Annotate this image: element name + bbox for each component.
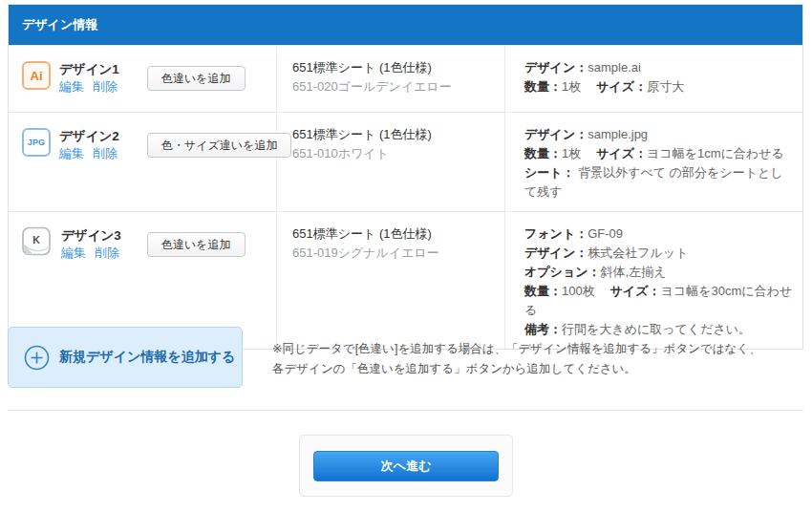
detail-label: デザイン： [524, 60, 588, 75]
design-title-block: デザイン1 編集削除 [59, 61, 126, 102]
sheet-type: 651標準シート (1色仕様) [292, 125, 495, 144]
sheet-cell: 651標準シート (1色仕様) 651-019シグナルイエロー [276, 212, 504, 349]
add-color-size-variation-button[interactable]: 色・サイズ違いを追加 [147, 133, 291, 158]
ai-file-icon: Ai [22, 61, 51, 90]
detail-label: フォント： [524, 226, 588, 241]
design-info-table: デザイン情報 Ai デザイン1 編集削除 色違いを追加 651標準シート (1色… [8, 4, 803, 350]
detail-label: デザイン： [524, 245, 588, 260]
edit-link[interactable]: 編集 [61, 245, 86, 260]
detail-label: オプション： [524, 265, 601, 279]
edit-link[interactable]: 編集 [59, 146, 84, 160]
design-cell: JPG デザイン2 編集削除 色・サイズ違いを追加 [9, 113, 276, 211]
jpg-file-icon-label: JPG [28, 138, 46, 147]
detail-value: GF-09 [588, 226, 623, 241]
delete-link[interactable]: 削除 [95, 245, 119, 260]
detail-value: 原寸大 [647, 79, 684, 94]
details-cell: デザイン：sample.ai 数量：1枚サイズ：原寸大 [504, 46, 802, 112]
design-links: 編集削除 [61, 244, 128, 262]
detail-label: サイズ： [596, 146, 647, 160]
detail-line: オプション：斜体,左揃え [524, 263, 793, 282]
detail-value: 100枚 [562, 284, 595, 298]
add-new-design-button[interactable]: 新規デザイン情報を追加する [8, 327, 243, 388]
detail-label: 数量： [524, 284, 562, 298]
detail-line: シート： 背景以外すべて の部分をシートとして残す [524, 163, 793, 202]
detail-value: 斜体,左揃え [601, 265, 667, 279]
next-step-card: 次へ進む [299, 435, 513, 497]
detail-line: デザイン：株式会社フルット [524, 244, 793, 263]
sheet-type: 651標準シート (1色仕様) [292, 58, 495, 77]
design-cell: Ai デザイン1 編集削除 色違いを追加 [9, 46, 276, 112]
details-cell: フォント：GF-09 デザイン：株式会社フルット オプション：斜体,左揃え 数量… [504, 212, 802, 349]
page: デザイン情報 Ai デザイン1 編集削除 色違いを追加 651標準シート (1色… [0, 0, 812, 512]
design-links: 編集削除 [59, 77, 126, 96]
detail-value: 1枚 [562, 79, 581, 94]
keyboard-key-icon: K [22, 226, 53, 257]
variation-note: ※同じデータで[色違い]を追加する場合は、「デザイン情報を追加する」ボタンではな… [272, 339, 788, 379]
sheet-color: 651-010ホワイト [292, 144, 495, 163]
detail-label: サイズ： [596, 79, 647, 94]
note-line-1: ※同じデータで[色違い]を追加する場合は、「デザイン情報を追加する」ボタンではな… [272, 339, 788, 359]
detail-line: 数量：1枚サイズ：原寸大 [524, 77, 793, 96]
detail-label: 数量： [524, 146, 562, 160]
detail-label: シート： [524, 165, 575, 180]
jpg-file-icon: JPG [22, 128, 51, 157]
sheet-cell: 651標準シート (1色仕様) 651-010ホワイト [276, 113, 504, 211]
detail-value: 株式会社フルット [588, 245, 688, 260]
edit-link[interactable]: 編集 [59, 79, 84, 94]
design-title: デザイン1 [59, 61, 126, 77]
sheet-type: 651標準シート (1色仕様) [292, 224, 495, 244]
design-title-block: デザイン2 編集削除 [59, 128, 126, 202]
note-line-2: 各デザインの「色違いを追加する」ボタンから追加してください。 [272, 359, 788, 379]
detail-value: sample.jpg [588, 127, 648, 141]
delete-link[interactable]: 削除 [93, 146, 118, 160]
add-color-variation-button[interactable]: 色違いを追加 [147, 66, 246, 91]
table-header-title: デザイン情報 [9, 5, 802, 45]
detail-value: 1枚 [562, 146, 581, 160]
design-title: デザイン2 [59, 128, 126, 144]
design-title: デザイン3 [61, 227, 128, 244]
detail-label: デザイン： [524, 127, 588, 141]
next-button[interactable]: 次へ進む [313, 451, 499, 481]
detail-value: ヨコ幅を1cmに合わせる [647, 146, 784, 160]
detail-line: フォント：GF-09 [524, 224, 793, 244]
detail-line: 数量：1枚サイズ：ヨコ幅を1cmに合わせる [524, 144, 793, 163]
sheet-color: 651-019シグナルイエロー [292, 244, 495, 263]
detail-line: 数量：100枚サイズ：ヨコ幅を30cmに合わせる [524, 282, 793, 320]
ai-file-icon-label: Ai [31, 69, 43, 83]
detail-line: 備考：行間を大きめに取ってください。 [524, 320, 793, 339]
plus-circle-icon [24, 345, 50, 371]
table-row: Ai デザイン1 編集削除 色違いを追加 651標準シート (1色仕様) 651… [9, 45, 802, 112]
details-cell: デザイン：sample.jpg 数量：1枚サイズ：ヨコ幅を1cmに合わせる シー… [504, 113, 802, 211]
table-row: JPG デザイン2 編集削除 色・サイズ違いを追加 651標準シート (1色仕様… [9, 112, 802, 211]
design-title-block: デザイン3 編集削除 [61, 227, 128, 339]
detail-value: sample.ai [588, 60, 641, 75]
delete-link[interactable]: 削除 [93, 79, 118, 94]
sheet-cell: 651標準シート (1色仕様) 651-020ゴールデンイエロー [276, 46, 504, 112]
detail-label: 備考： [524, 322, 562, 336]
design-links: 編集削除 [59, 144, 126, 162]
detail-label: 数量： [524, 79, 562, 94]
detail-line: デザイン：sample.ai [524, 58, 793, 77]
add-color-variation-button[interactable]: 色違いを追加 [147, 232, 246, 257]
svg-text:K: K [32, 234, 40, 245]
section-divider [8, 410, 803, 411]
detail-label: サイズ： [610, 284, 661, 298]
sheet-color: 651-020ゴールデンイエロー [292, 77, 495, 96]
add-new-design-label: 新規デザイン情報を追加する [59, 349, 235, 366]
detail-value: 行間を大きめに取ってください。 [562, 322, 751, 336]
detail-line: デザイン：sample.jpg [524, 125, 793, 144]
